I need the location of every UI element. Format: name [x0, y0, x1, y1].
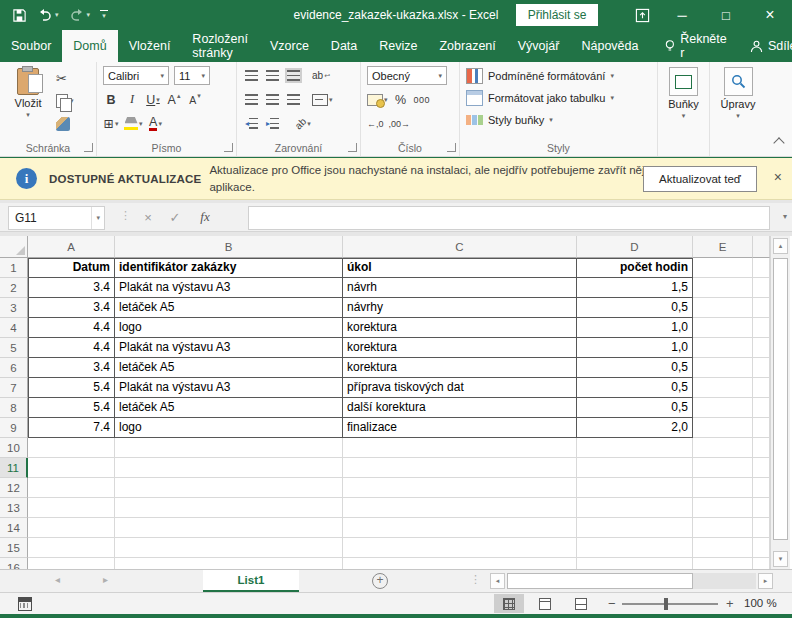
tab-soubor[interactable]: Soubor	[0, 30, 62, 62]
cell[interactable]	[577, 558, 693, 569]
cell[interactable]: 0,5	[577, 298, 693, 318]
scroll-down-icon[interactable]	[773, 551, 788, 567]
tab-domu[interactable]: Domů	[62, 30, 117, 62]
cell[interactable]: Plakát na výstavu A3	[115, 278, 343, 298]
qat-customize-button[interactable]	[100, 10, 108, 21]
redo-dropdown-caret-icon[interactable]	[87, 11, 91, 19]
cell[interactable]: letáček A5	[115, 298, 343, 318]
cell[interactable]: korektura	[343, 318, 577, 338]
cell[interactable]: 5.4	[28, 398, 115, 418]
message-bar-close-icon[interactable]	[774, 170, 782, 184]
cell[interactable]: 3.4	[28, 298, 115, 318]
row-header-16[interactable]: 16	[0, 558, 28, 569]
cell[interactable]	[753, 418, 770, 438]
save-button[interactable]	[12, 8, 27, 23]
align-bottom-button[interactable]	[285, 66, 301, 85]
number-dialog-launcher[interactable]	[447, 143, 456, 152]
new-sheet-button[interactable]: +	[372, 573, 388, 589]
collapse-ribbon-button[interactable]	[773, 137, 784, 148]
cell[interactable]	[753, 538, 770, 558]
cell[interactable]	[753, 278, 770, 298]
cell[interactable]: úkol	[343, 258, 577, 278]
font-name-combo[interactable]: Calibri	[103, 66, 169, 85]
sheet-nav-right-icon[interactable]	[103, 574, 108, 585]
cell[interactable]	[577, 518, 693, 538]
cell[interactable]	[343, 538, 577, 558]
copy-button[interactable]	[56, 92, 74, 110]
cell[interactable]	[693, 498, 753, 518]
cell[interactable]: Plakát na výstavu A3	[115, 378, 343, 398]
cell[interactable]	[28, 518, 115, 538]
cell[interactable]	[693, 478, 753, 498]
cell[interactable]: finalizace	[343, 418, 577, 438]
horizontal-scrollbar[interactable]	[507, 573, 756, 589]
tab-vlozeni[interactable]: Vložení	[118, 30, 182, 62]
cell[interactable]: letáček A5	[115, 358, 343, 378]
cell[interactable]	[753, 478, 770, 498]
ribbon-display-options-button[interactable]	[624, 0, 660, 30]
italic-button[interactable]: I	[124, 90, 140, 109]
cell[interactable]	[115, 458, 343, 478]
cell[interactable]	[343, 458, 577, 478]
row-header-5[interactable]: 5	[0, 338, 28, 358]
cell[interactable]	[28, 438, 115, 458]
cell[interactable]	[28, 538, 115, 558]
cell[interactable]	[753, 438, 770, 458]
sheet-tab-list1[interactable]: List1	[203, 570, 299, 592]
cancel-button[interactable]	[136, 206, 160, 228]
number-format-combo[interactable]: Obecný	[367, 66, 447, 85]
cell[interactable]	[28, 458, 115, 478]
cell[interactable]	[693, 358, 753, 378]
cell[interactable]: logo	[115, 418, 343, 438]
decrease-font-size-button[interactable]: A	[187, 90, 203, 109]
clipboard-dialog-launcher[interactable]	[84, 143, 93, 152]
cell[interactable]	[693, 518, 753, 538]
cell[interactable]	[343, 438, 577, 458]
scroll-up-icon[interactable]	[773, 238, 788, 254]
column-header-E[interactable]: E	[693, 236, 753, 258]
close-button[interactable]	[748, 0, 792, 30]
update-now-button[interactable]: Aktualizovat teď	[643, 166, 757, 192]
cell[interactable]: 0,5	[577, 358, 693, 378]
row-header-7[interactable]: 7	[0, 378, 28, 398]
cell[interactable]	[753, 458, 770, 478]
cell[interactable]	[115, 478, 343, 498]
cell[interactable]	[693, 258, 753, 278]
alignment-dialog-launcher[interactable]	[348, 143, 357, 152]
paste-button[interactable]: Vložit	[6, 65, 50, 139]
row-header-4[interactable]: 4	[0, 318, 28, 338]
row-header-11[interactable]: 11	[0, 458, 28, 478]
tell-me-button[interactable]: Řekněte r	[655, 30, 738, 62]
align-right-button[interactable]	[285, 90, 301, 109]
row-header-2[interactable]: 2	[0, 278, 28, 298]
align-left-button[interactable]	[243, 90, 259, 109]
cell[interactable]: 4.4	[28, 318, 115, 338]
row-header-1[interactable]: 1	[0, 258, 28, 278]
cell[interactable]: korektura	[343, 338, 577, 358]
cell[interactable]	[693, 278, 753, 298]
wrap-text-button[interactable]: ab	[312, 66, 330, 85]
cell[interactable]	[693, 298, 753, 318]
cell[interactable]: 5.4	[28, 378, 115, 398]
cell[interactable]	[115, 438, 343, 458]
cell[interactable]	[693, 318, 753, 338]
row-header-3[interactable]: 3	[0, 298, 28, 318]
column-header-A[interactable]: A	[28, 236, 115, 258]
conditional-formatting-button[interactable]: Podmíněné formátování	[466, 65, 653, 87]
cell[interactable]: návrh	[343, 278, 577, 298]
cell[interactable]: letáček A5	[115, 398, 343, 418]
cell[interactable]: 2,0	[577, 418, 693, 438]
cell[interactable]	[115, 538, 343, 558]
select-all-button[interactable]	[0, 236, 28, 258]
undo-dropdown-caret-icon[interactable]	[55, 11, 59, 19]
column-header-partial[interactable]	[753, 236, 770, 258]
fill-color-button[interactable]	[124, 114, 143, 133]
cell[interactable]: příprava tiskových dat	[343, 378, 577, 398]
scroll-left-icon[interactable]	[490, 573, 505, 589]
tab-zobrazeni[interactable]: Zobrazení	[428, 30, 506, 62]
decrease-decimal-button[interactable]: ,00→	[389, 114, 411, 133]
cell[interactable]	[753, 558, 770, 569]
formula-bar-expand-icon[interactable]	[783, 212, 787, 221]
increase-font-size-button[interactable]: A	[166, 90, 182, 109]
scroll-right-icon[interactable]	[758, 573, 773, 589]
